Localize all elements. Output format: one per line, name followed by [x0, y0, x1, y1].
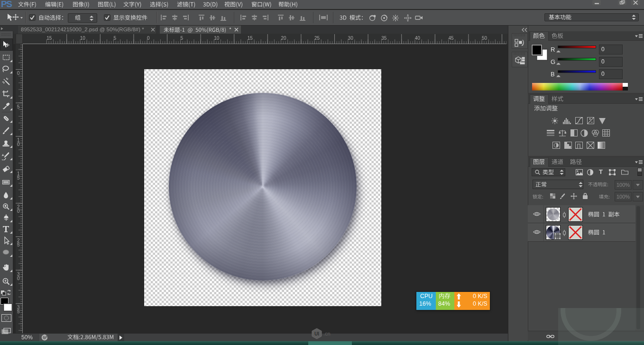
- svg-text:UI: UI: [314, 331, 319, 336]
- svg-text:PS: PS: [1, 0, 12, 8]
- svg-text:.cn: .cn: [323, 331, 331, 336]
